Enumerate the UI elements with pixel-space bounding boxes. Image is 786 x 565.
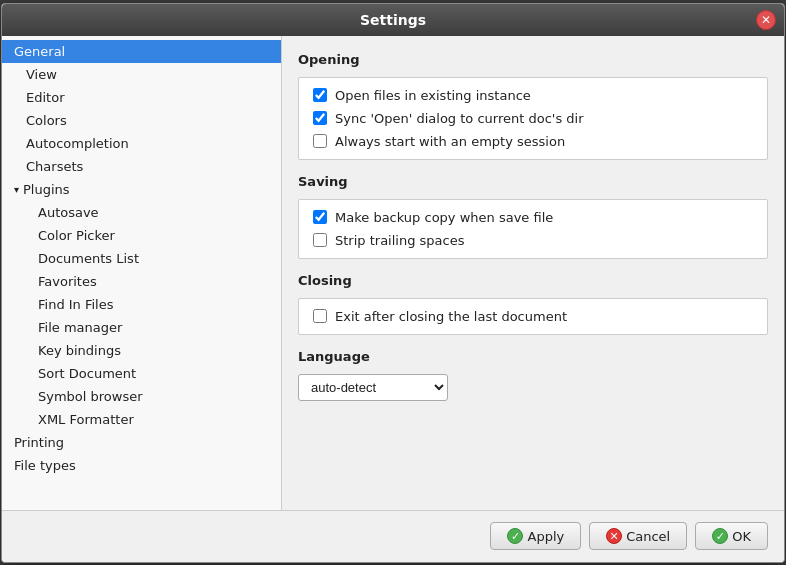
sidebar-item-autocompletion[interactable]: Autocompletion [2,132,281,155]
opening-section: Open files in existing instance Sync 'Op… [298,77,768,160]
checkbox-backup-copy[interactable]: Make backup copy when save file [313,210,753,225]
apply-button[interactable]: ✓ Apply [490,522,581,550]
saving-section: Make backup copy when save file Strip tr… [298,199,768,259]
closing-label: Closing [298,273,768,288]
sidebar-item-key-bindings[interactable]: Key bindings [2,339,281,362]
sidebar-item-documents-list[interactable]: Documents List [2,247,281,270]
empty-session-checkbox[interactable] [313,134,327,148]
closing-section: Exit after closing the last document [298,298,768,335]
sidebar-item-file-types[interactable]: File types [2,454,281,477]
sidebar-item-find-in-files[interactable]: Find In Files [2,293,281,316]
sidebar-item-label: Favorites [38,274,97,289]
sidebar-item-file-manager[interactable]: File manager [2,316,281,339]
exit-after-close-checkbox[interactable] [313,309,327,323]
sidebar: GeneralViewEditorColorsAutocompletionCha… [2,36,282,510]
footer: ✓ Apply ✕ Cancel ✓ OK [2,510,784,562]
sync-open-dialog-label: Sync 'Open' dialog to current doc's dir [335,111,584,126]
language-select[interactable]: auto-detect English French German Spanis… [298,374,448,401]
open-existing-label: Open files in existing instance [335,88,531,103]
sidebar-item-general[interactable]: General [2,40,281,63]
backup-copy-label: Make backup copy when save file [335,210,553,225]
sidebar-item-favorites[interactable]: Favorites [2,270,281,293]
sidebar-item-label: Printing [14,435,64,450]
apply-label: Apply [527,529,564,544]
cancel-button[interactable]: ✕ Cancel [589,522,687,550]
main-panel: Opening Open files in existing instance … [282,36,784,510]
titlebar: Settings ✕ [2,4,784,36]
sidebar-item-charsets[interactable]: Charsets [2,155,281,178]
ok-button[interactable]: ✓ OK [695,522,768,550]
close-icon: ✕ [761,13,771,27]
language-row: auto-detect English French German Spanis… [298,374,768,401]
sidebar-item-label: Colors [26,113,67,128]
checkbox-exit-after-close[interactable]: Exit after closing the last document [313,309,753,324]
sidebar-item-printing[interactable]: Printing [2,431,281,454]
checkbox-sync-open-dialog[interactable]: Sync 'Open' dialog to current doc's dir [313,111,753,126]
backup-copy-checkbox[interactable] [313,210,327,224]
sidebar-item-autosave[interactable]: Autosave [2,201,281,224]
exit-after-close-label: Exit after closing the last document [335,309,567,324]
sidebar-item-label: Plugins [23,182,70,197]
sidebar-item-label: Symbol browser [38,389,143,404]
sync-open-dialog-checkbox[interactable] [313,111,327,125]
sidebar-item-label: Color Picker [38,228,115,243]
saving-label: Saving [298,174,768,189]
sidebar-item-colors[interactable]: Colors [2,109,281,132]
sidebar-item-label: XML Formatter [38,412,134,427]
close-button[interactable]: ✕ [756,10,776,30]
sidebar-item-label: File manager [38,320,122,335]
strip-trailing-label: Strip trailing spaces [335,233,464,248]
strip-trailing-checkbox[interactable] [313,233,327,247]
language-label: Language [298,349,768,364]
sidebar-item-label: Charsets [26,159,83,174]
sidebar-item-view[interactable]: View [2,63,281,86]
sidebar-item-plugins[interactable]: ▾Plugins [2,178,281,201]
content-area: GeneralViewEditorColorsAutocompletionCha… [2,36,784,510]
sidebar-item-label: File types [14,458,76,473]
sidebar-item-label: Documents List [38,251,139,266]
sidebar-item-sort-document[interactable]: Sort Document [2,362,281,385]
sidebar-item-label: Editor [26,90,64,105]
sidebar-item-color-picker[interactable]: Color Picker [2,224,281,247]
sidebar-item-xml-formatter[interactable]: XML Formatter [2,408,281,431]
checkbox-strip-trailing[interactable]: Strip trailing spaces [313,233,753,248]
sidebar-item-label: General [14,44,65,59]
empty-session-label: Always start with an empty session [335,134,565,149]
sidebar-item-label: Find In Files [38,297,114,312]
apply-icon: ✓ [507,528,523,544]
sidebar-item-label: View [26,67,57,82]
settings-window: Settings ✕ GeneralViewEditorColorsAutoco… [1,3,785,563]
opening-label: Opening [298,52,768,67]
window-title: Settings [360,12,426,28]
ok-icon: ✓ [712,528,728,544]
sidebar-item-symbol-browser[interactable]: Symbol browser [2,385,281,408]
sidebar-item-editor[interactable]: Editor [2,86,281,109]
sidebar-item-label: Autosave [38,205,99,220]
checkbox-open-existing[interactable]: Open files in existing instance [313,88,753,103]
cancel-icon: ✕ [606,528,622,544]
sidebar-item-label: Key bindings [38,343,121,358]
cancel-label: Cancel [626,529,670,544]
checkbox-empty-session[interactable]: Always start with an empty session [313,134,753,149]
arrow-icon: ▾ [14,184,19,195]
sidebar-item-label: Autocompletion [26,136,129,151]
open-existing-checkbox[interactable] [313,88,327,102]
ok-label: OK [732,529,751,544]
sidebar-item-label: Sort Document [38,366,136,381]
